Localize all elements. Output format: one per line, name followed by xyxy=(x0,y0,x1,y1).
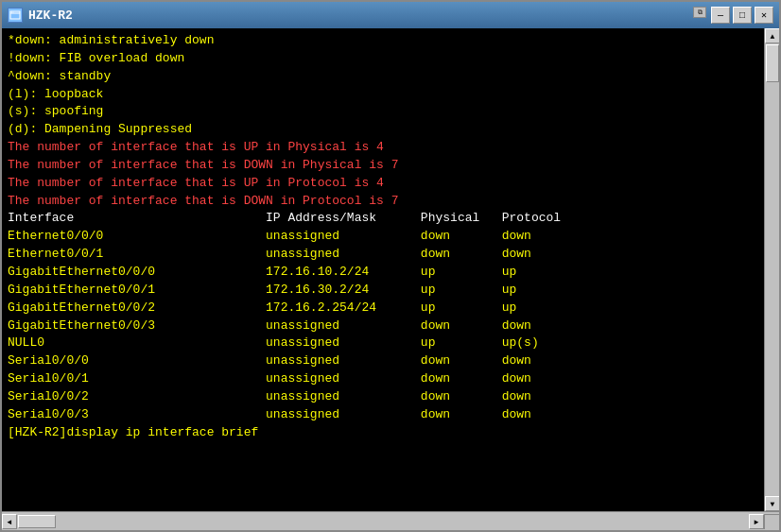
restore-group: ⧉ xyxy=(693,7,706,24)
minimize-button[interactable]: — xyxy=(711,7,730,24)
terminal-line: The number of interface that is DOWN in … xyxy=(8,157,758,175)
terminal-window: HZK-R2 ⧉ — □ ✕ *down: administratively d… xyxy=(0,0,781,532)
scroll-thumb-vertical[interactable] xyxy=(766,44,779,82)
app-icon xyxy=(8,8,23,23)
terminal-line: GigabitEthernet0/0/1 172.16.30.2/24 up u… xyxy=(8,282,758,300)
terminal-line: (l): loopback xyxy=(8,86,758,104)
window-controls: ⧉ — □ ✕ xyxy=(693,7,773,24)
terminal-line: The number of interface that is UP in Ph… xyxy=(8,139,758,157)
terminal-area: *down: administratively down!down: FIB o… xyxy=(2,28,779,511)
terminal-line: ^down: standby xyxy=(8,68,758,86)
terminal-line: Serial0/0/0 unassigned down down xyxy=(8,352,758,370)
close-button[interactable]: ✕ xyxy=(755,7,773,24)
terminal-line: GigabitEthernet0/0/3 unassigned down dow… xyxy=(8,317,758,335)
maximize-button[interactable]: □ xyxy=(733,7,752,24)
vertical-scrollbar[interactable]: ▲ ▼ xyxy=(764,28,779,511)
svg-point-3 xyxy=(13,12,14,13)
scroll-track-horizontal[interactable] xyxy=(17,514,749,529)
restore-icon[interactable]: ⧉ xyxy=(693,7,706,18)
scroll-down-button[interactable]: ▼ xyxy=(765,496,779,511)
terminal-line: !down: FIB overload down xyxy=(8,50,758,68)
terminal-line: (s): spoofing xyxy=(8,103,758,121)
terminal-line: Ethernet0/0/1 unassigned down down xyxy=(8,246,758,264)
scroll-right-button[interactable]: ► xyxy=(749,514,764,529)
bottom-bar: ◄ ► xyxy=(2,511,779,530)
scroll-thumb-horizontal[interactable] xyxy=(18,515,56,528)
terminal-line: NULL0 unassigned up up(s) xyxy=(8,335,758,352)
horizontal-scrollbar[interactable]: ◄ ► xyxy=(2,514,764,529)
scroll-up-button[interactable]: ▲ xyxy=(765,28,779,43)
window-title: HZK-R2 xyxy=(28,9,687,23)
scrollbar-corner xyxy=(764,514,779,529)
terminal-line: Serial0/0/3 unassigned down down xyxy=(8,406,758,424)
title-bar: HZK-R2 ⧉ — □ ✕ xyxy=(2,2,779,28)
terminal-line: Serial0/0/1 unassigned down down xyxy=(8,370,758,388)
terminal-line: Interface IP Address/Mask Physical Proto… xyxy=(8,210,758,228)
scroll-left-button[interactable]: ◄ xyxy=(2,514,17,529)
terminal-line: The number of interface that is UP in Pr… xyxy=(8,175,758,193)
svg-point-2 xyxy=(11,12,12,13)
terminal-line: [HZK-R2]display ip interface brief xyxy=(8,424,758,442)
terminal-line: Serial0/0/2 unassigned down down xyxy=(8,388,758,406)
terminal-line: Ethernet0/0/0 unassigned down down xyxy=(8,228,758,246)
terminal-output[interactable]: *down: administratively down!down: FIB o… xyxy=(2,28,764,511)
scroll-track-vertical[interactable] xyxy=(765,43,779,496)
terminal-line: *down: administratively down xyxy=(8,32,758,50)
terminal-line: GigabitEthernet0/0/0 172.16.10.2/24 up u… xyxy=(8,264,758,282)
terminal-line: The number of interface that is DOWN in … xyxy=(8,193,758,211)
terminal-line: GigabitEthernet0/0/2 172.16.2.254/24 up … xyxy=(8,300,758,317)
terminal-line: (d): Dampening Suppressed xyxy=(8,121,758,139)
